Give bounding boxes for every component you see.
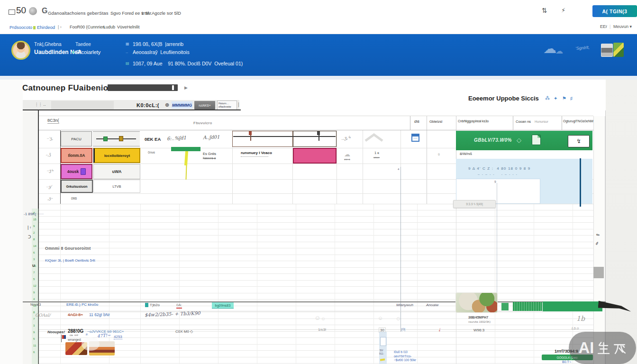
gutter-glyph-u: U (32, 264, 35, 268)
cloud-icon: ☁ (543, 41, 556, 56)
magenta-label: 4ousk (67, 169, 79, 174)
ai-watermark: AI (569, 332, 636, 364)
cell-uwa[interactable]: uWA (93, 164, 140, 179)
col-header-5[interactable]: OgturuglTNGs0eNM (563, 119, 593, 123)
nav-link-4[interactable]: Ludub (103, 25, 115, 29)
progress-bar[interactable] (108, 84, 178, 91)
cell-qty[interactable]: 0EK EA (145, 136, 161, 142)
cell-pipe: (0| (401, 327, 405, 331)
bottom-link[interactable]: ERE-Đ.) PC klro0o (66, 302, 98, 307)
cell-slider[interactable] (93, 131, 140, 146)
nav-link-protocol[interactable]: Prdsoocoto (9, 25, 32, 30)
nav-link-shared[interactable]: Ehirdeod (37, 25, 55, 30)
window-icon[interactable] (411, 134, 419, 142)
header-badge-1[interactable] (601, 44, 613, 57)
bottom-blue-link[interactable]: B0.T¬ (562, 360, 571, 364)
profile-name-main: Uaubdlinden NeA (34, 49, 82, 55)
avatar[interactable] (11, 41, 30, 60)
toolbar-label: K0:0cL:( (136, 102, 159, 108)
r1-scribble: ‥ʒ‚ϟ (341, 135, 351, 141)
col-header-4[interactable]: Cooan ns (516, 119, 531, 124)
nav-link-5[interactable]: VüveHelnilit (117, 25, 140, 29)
play-icon[interactable]: ▶ (184, 85, 188, 90)
watermark-latin: AI (579, 339, 594, 357)
group-header: Fbuvulcro (193, 121, 212, 125)
sharp-icon[interactable]: ♯ (570, 96, 573, 101)
profile-meta-2: Aeooaslraŷ Leufiienoitois (133, 49, 190, 55)
green-bar-textured (513, 302, 542, 311)
toolbar-highlight[interactable]: MMMMMG (172, 101, 192, 109)
col-header-2[interactable]: Gbtelzsl (429, 119, 442, 124)
sort-icon[interactable]: ⇅ (542, 7, 547, 14)
nav-chevrons[interactable]: | › (58, 25, 62, 29)
corner-header[interactable]: 8C3n( (47, 118, 59, 124)
toolbar-segment[interactable] (51, 101, 114, 109)
toolbar-handle-icon[interactable]: ⋮⋮ ‥ (35, 102, 46, 107)
col-header-4b: Hunursur (535, 120, 548, 123)
col-header-1[interactable]: Ø8 (414, 119, 419, 124)
green-mini-bar[interactable] (171, 147, 200, 151)
profile-meta-3: 10ß7, 09 Aue 91 80%. Doclß D0V Ovefeual … (133, 61, 243, 66)
slider-handle-green[interactable] (103, 136, 108, 141)
nav-link-3[interactable]: FooR00 (Cunnrien (70, 25, 105, 29)
banner-file-icon[interactable] (532, 135, 541, 145)
cell-olt6[interactable]: 0lt6 (71, 196, 77, 200)
slider-handle-dark[interactable] (119, 136, 123, 141)
k-label: 1 ᴋ (374, 151, 379, 155)
edit-icon[interactable]: ⁂ (545, 96, 550, 101)
pin-cell-left[interactable] (232, 131, 293, 147)
green-gantt-bar[interactable] (543, 301, 602, 311)
gutter-glyph-c: Ↄ (28, 235, 31, 239)
row-line (39, 204, 593, 204)
row-scribble: –‚ʒ̈ (46, 152, 51, 157)
pin-cell-right[interactable] (293, 131, 337, 147)
cell-salmon[interactable]: Ilonm.0A (61, 148, 92, 163)
topbar-menu-3[interactable]: Agozle sor 5lD (152, 10, 181, 16)
tiny-mark: ϋ (438, 153, 440, 156)
toolbar-dark-button[interactable]: ruIAK6+ (194, 101, 215, 109)
nav-right-label[interactable]: EEr (600, 24, 607, 29)
selection-scribble: 9 Δ 4' C Z : 4 80 18 0 9 8 9 (468, 166, 531, 171)
tab-shape-icon[interactable] (9, 9, 15, 15)
nav-right-menu[interactable]: Meuvun ▾ (613, 24, 632, 29)
teal-highlight[interactable]: bg09ns83 (212, 302, 234, 309)
cell-gray[interactable]: Grkulsusiuon (61, 180, 93, 193)
col-header-3[interactable]: CnbñliggpspIreal ks3o (458, 119, 489, 123)
scrollbar-strip[interactable] (593, 116, 605, 364)
script-note-1: 6:..%ʃd1 (167, 135, 187, 141)
profile-role-main: Rlcoiarlety (76, 49, 100, 55)
scrollbar-thumb[interactable] (593, 267, 604, 278)
cell-magenta[interactable]: 4ousk (61, 164, 92, 179)
pin-marker-brown[interactable] (249, 131, 252, 135)
cell-pink[interactable] (293, 148, 337, 164)
plus-circle-icon[interactable]: ⊕ (165, 102, 169, 108)
nav-link-marker (33, 26, 36, 29)
header-badge-2[interactable] (613, 43, 624, 57)
spark-icon[interactable]: ✦ (554, 96, 557, 101)
progress-notch (172, 85, 174, 90)
gutter-glyph-bar: | (27, 225, 28, 230)
banner-text: GBbLV/73.W0% (474, 137, 512, 143)
bottom-col-header-1: Mlanywuh (396, 303, 413, 307)
profile-role-top: Taedee (75, 42, 91, 47)
toolbar-white-button[interactable]: Hoturn… oflacbvwiw (217, 100, 237, 110)
green-gutter-numbers: 4 15 9 2 8 14 6 3 11 7 5 12 9 4 16 8 7 3… (33, 209, 39, 355)
pin-marker-dark[interactable] (317, 131, 320, 135)
flag-icon[interactable]: ⚑ (562, 96, 566, 101)
bolt-icon[interactable]: ⚡ (561, 7, 565, 14)
ai-action-button[interactable]: A( TGIN(3 (592, 5, 637, 17)
banner-button[interactable]: ↯ (568, 135, 590, 147)
bottom-rowlabel-3: Nooupas! (47, 330, 65, 334)
cell-ltvb[interactable]: LTVB (93, 180, 140, 193)
selection-edge-line (580, 158, 581, 207)
mixed-text-red: 4AGI-8~ (68, 312, 83, 317)
site-logo-blob (29, 7, 37, 15)
cell-pacu[interactable]: PACU (61, 131, 92, 146)
bottom-col-header-2: Anoaiw (426, 303, 438, 307)
cell-yellow[interactable]: Iocxllolbieroyt (93, 148, 140, 163)
summary-link[interactable]: KiQser 3t, | Boeft Oeribvis 54t (45, 258, 95, 263)
topbar-menu-2[interactable]: vrsnr. (141, 10, 152, 16)
left-margin (0, 80, 23, 364)
teal-chip-icon (145, 303, 148, 307)
white-button-line1: Hoturn… (218, 102, 236, 105)
